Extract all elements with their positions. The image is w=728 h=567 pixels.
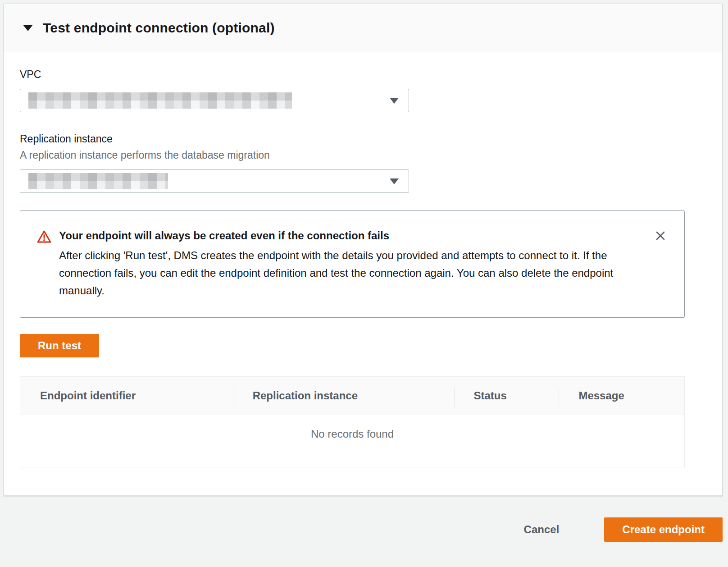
connection-test-results-table: Endpoint identifier Replication instance… xyxy=(20,376,685,467)
column-header-status: Status xyxy=(454,377,559,415)
alert-title: Your endpoint will always be created eve… xyxy=(59,229,645,242)
warning-triangle-icon xyxy=(37,230,51,245)
column-header-endpoint-identifier: Endpoint identifier xyxy=(20,377,233,415)
vpc-redacted-value xyxy=(28,92,292,109)
replication-instance-label: Replication instance xyxy=(20,133,685,145)
replication-instance-description: A replication instance performs the data… xyxy=(20,149,685,161)
column-header-replication-instance: Replication instance xyxy=(233,377,454,415)
create-endpoint-button[interactable]: Create endpoint xyxy=(604,517,723,542)
chevron-down-icon xyxy=(390,98,399,104)
empty-table-message: No records found xyxy=(20,415,684,467)
cancel-button[interactable]: Cancel xyxy=(515,517,569,542)
replication-instance-field: Replication instance A replication insta… xyxy=(20,133,685,193)
alert-body: After clicking 'Run test', DMS creates t… xyxy=(59,247,645,299)
replication-instance-redacted-value xyxy=(28,173,168,189)
wizard-footer: Cancel Create endpoint xyxy=(0,496,728,567)
chevron-down-icon xyxy=(390,178,399,184)
section-header[interactable]: Test endpoint connection (optional) xyxy=(4,4,722,52)
section-body: VPC Replication instance A replication i… xyxy=(4,52,722,467)
page: Test endpoint connection (optional) VPC … xyxy=(0,0,728,567)
alert-content: Your endpoint will always be created eve… xyxy=(59,229,645,299)
vpc-select[interactable] xyxy=(20,89,409,112)
vpc-field: VPC xyxy=(20,69,685,112)
replication-instance-select[interactable] xyxy=(20,169,409,193)
warning-alert: Your endpoint will always be created eve… xyxy=(20,210,685,318)
section-expand-caret-icon xyxy=(23,25,33,31)
run-test-button[interactable]: Run test xyxy=(20,334,99,357)
close-icon[interactable] xyxy=(654,229,667,242)
test-endpoint-connection-panel: Test endpoint connection (optional) VPC … xyxy=(4,4,723,496)
table-header-row: Endpoint identifier Replication instance… xyxy=(20,377,684,415)
section-title: Test endpoint connection (optional) xyxy=(43,20,275,36)
column-header-message: Message xyxy=(559,377,684,415)
vpc-label: VPC xyxy=(20,69,685,81)
